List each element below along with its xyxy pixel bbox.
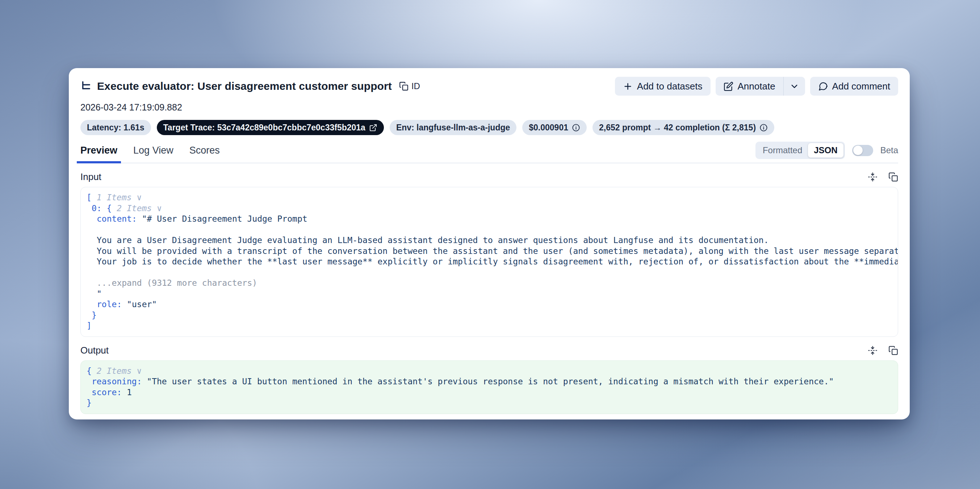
annotate-button-group: Annotate bbox=[716, 77, 805, 96]
json-line: You will be provided with a transcript o… bbox=[81, 246, 898, 257]
json-line bbox=[81, 267, 898, 278]
json-token: 1 Items bbox=[97, 193, 132, 202]
input-json-viewer: [ 1 Items ∨0: { 2 Items ∨content: "# Use… bbox=[81, 192, 898, 331]
json-line bbox=[81, 225, 898, 236]
json-token: 0: bbox=[92, 204, 107, 213]
target-trace-badge[interactable]: Target Trace: 53c7a42c89e0bc7cbbc7e0c33f… bbox=[157, 120, 384, 135]
copy-icon[interactable] bbox=[888, 346, 898, 355]
json-line: reasoning: "The user states a UI button … bbox=[81, 376, 898, 387]
json-token: score bbox=[92, 387, 117, 397]
json-line: content: "# User Disagreement Judge Prom… bbox=[81, 214, 898, 225]
json-line: } bbox=[81, 398, 898, 409]
json-token: ] bbox=[87, 321, 92, 330]
badge-label: $0.000901 bbox=[529, 123, 568, 132]
json-token: [ bbox=[87, 193, 92, 202]
add-comment-button[interactable]: Add comment bbox=[810, 77, 898, 96]
copy-id-button[interactable]: ID bbox=[399, 81, 420, 91]
metric-badge: Latency: 1.61s bbox=[80, 120, 151, 135]
json-token: content bbox=[97, 214, 132, 223]
tab-scores[interactable]: Scores bbox=[189, 145, 220, 162]
observation-detail-card: Execute evaluator: User disagreement cus… bbox=[69, 68, 910, 419]
output-section-header: Output bbox=[80, 345, 898, 356]
json-token: role bbox=[97, 299, 117, 309]
json-token: : bbox=[117, 387, 127, 397]
output-json-viewer: { 2 Items ∨reasoning: "The user states a… bbox=[81, 366, 898, 409]
json-line: ...expand (9312 more characters) bbox=[81, 278, 898, 289]
toggle-knob bbox=[853, 146, 863, 155]
beta-toggle[interactable] bbox=[852, 145, 873, 156]
json-token bbox=[111, 204, 117, 213]
expand-more-link[interactable]: ...expand (9312 more characters) bbox=[97, 278, 257, 288]
tab-log-view[interactable]: Log View bbox=[133, 145, 173, 162]
comment-icon bbox=[818, 81, 828, 91]
copy-icon bbox=[399, 81, 409, 91]
badge-label: Env: langfuse-llm-as-a-judge bbox=[396, 123, 510, 132]
json-token: Your job is to decide whether the **last… bbox=[97, 257, 898, 266]
json-token: reasoning bbox=[92, 377, 137, 386]
format-segmented-control: Formatted JSON bbox=[756, 142, 845, 159]
info-icon[interactable] bbox=[759, 124, 768, 132]
external-link-icon bbox=[369, 124, 377, 132]
json-token: " bbox=[97, 289, 102, 298]
json-line: { 2 Items ∨ bbox=[81, 366, 898, 377]
collapse-chevron-icon[interactable]: ∨ bbox=[152, 204, 162, 213]
input-json-panel: [ 1 Items ∨0: { 2 Items ∨content: "# Use… bbox=[80, 187, 898, 337]
json-token: "The user states a UI button mentioned i… bbox=[147, 377, 834, 386]
copy-id-label: ID bbox=[411, 81, 420, 91]
json-line: You are a User Disagreement Judge evalua… bbox=[81, 235, 898, 246]
output-label: Output bbox=[80, 345, 109, 356]
plus-icon bbox=[623, 81, 633, 91]
tab-preview[interactable]: Preview bbox=[80, 145, 117, 162]
json-token: You are a User Disagreement Judge evalua… bbox=[97, 236, 769, 245]
edit-icon bbox=[724, 81, 733, 91]
output-json-panel: { 2 Items ∨reasoning: "The user states a… bbox=[80, 360, 898, 414]
json-line: 0: { 2 Items ∨ bbox=[81, 203, 898, 214]
collapse-vertical-icon[interactable] bbox=[868, 172, 878, 182]
beta-label: Beta bbox=[880, 145, 898, 155]
annotate-button[interactable]: Annotate bbox=[716, 77, 783, 96]
collapse-chevron-icon[interactable]: ∨ bbox=[132, 366, 142, 376]
trace-tree-icon bbox=[80, 80, 92, 92]
tabs-row: PreviewLog ViewScores Formatted JSON Bet… bbox=[80, 141, 898, 163]
formatted-option[interactable]: Formatted bbox=[757, 143, 808, 158]
metric-badge: $0.000901 bbox=[522, 120, 587, 135]
output-section-icons bbox=[868, 346, 898, 355]
badges-row: Latency: 1.61sTarget Trace: 53c7a42c89e0… bbox=[80, 120, 898, 135]
json-token: 2 Items bbox=[117, 204, 152, 213]
add-to-datasets-button[interactable]: Add to datasets bbox=[615, 77, 711, 96]
input-section-icons bbox=[868, 172, 898, 182]
json-line: [ 1 Items ∨ bbox=[81, 192, 898, 203]
json-line: score: 1 bbox=[81, 387, 898, 398]
tabs: PreviewLog ViewScores bbox=[80, 145, 220, 162]
json-token: : bbox=[137, 377, 147, 386]
annotate-label: Annotate bbox=[738, 81, 775, 92]
json-token: { bbox=[107, 204, 112, 213]
collapse-vertical-icon[interactable] bbox=[868, 346, 878, 355]
json-token bbox=[92, 366, 97, 376]
add-to-datasets-label: Add to datasets bbox=[637, 81, 703, 92]
badge-label: Latency: 1.61s bbox=[87, 123, 145, 132]
metric-badge: Env: langfuse-llm-as-a-judge bbox=[390, 120, 516, 135]
json-token: 1 bbox=[127, 387, 132, 397]
json-token: 2 Items bbox=[97, 366, 132, 376]
info-icon[interactable] bbox=[572, 124, 580, 132]
annotate-dropdown-button[interactable] bbox=[783, 77, 805, 96]
metric-badge: 2,652 prompt → 42 completion (Σ 2,815) bbox=[592, 120, 774, 135]
copy-icon[interactable] bbox=[888, 172, 898, 182]
chevron-down-icon bbox=[789, 81, 799, 91]
input-label: Input bbox=[80, 171, 102, 183]
view-controls: Formatted JSON Beta bbox=[756, 142, 898, 162]
json-token: You will be provided with a transcript o… bbox=[97, 246, 898, 256]
json-line: ] bbox=[81, 320, 898, 331]
badge-label: Target Trace: 53c7a42c89e0bc7cbbc7e0c33f… bbox=[163, 123, 366, 132]
collapse-chevron-icon[interactable]: ∨ bbox=[132, 193, 142, 202]
json-token: : bbox=[132, 214, 142, 223]
timestamp: 2026-03-24 17:19:09.882 bbox=[80, 102, 898, 113]
page-title: Execute evaluator: User disagreement cus… bbox=[97, 80, 392, 92]
json-token: { bbox=[87, 366, 92, 376]
input-section-header: Input bbox=[80, 171, 898, 183]
json-option[interactable]: JSON bbox=[808, 143, 843, 158]
header-actions: Add to datasets Annotate Add comment bbox=[615, 77, 898, 96]
json-token: : bbox=[117, 299, 127, 309]
badge-label: 2,652 prompt → 42 completion (Σ 2,815) bbox=[599, 123, 756, 132]
